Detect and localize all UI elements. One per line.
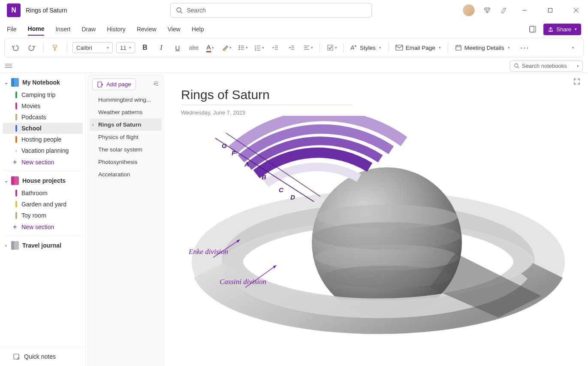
share-button[interactable]: Share ▾: [543, 24, 581, 35]
add-page-button[interactable]: Add page: [92, 79, 136, 90]
notebook-header[interactable]: ⌄House projects: [0, 174, 85, 188]
notebook-search-input[interactable]: Search notebooks ▾: [510, 60, 583, 72]
format-painter-button[interactable]: [49, 41, 62, 54]
svg-point-10: [238, 45, 240, 47]
strike-button[interactable]: abc: [187, 41, 200, 54]
section-item[interactable]: Bathroom: [3, 188, 83, 199]
menu-bar: File Home Insert Draw History Review Vie…: [0, 21, 588, 38]
page-item[interactable]: Weather patterns: [90, 106, 162, 118]
font-select[interactable]: Cailbri▾: [72, 42, 113, 53]
search-input[interactable]: Search: [170, 3, 372, 18]
bullets-button[interactable]: ▾: [236, 41, 249, 54]
note-canvas[interactable]: Rings of Saturn Wednesday, June 7, 2023: [164, 73, 588, 366]
svg-rect-41: [98, 82, 102, 87]
styles-icon[interactable]: [500, 6, 507, 14]
page-item[interactable]: ›Rings of Saturn: [90, 118, 162, 131]
highlight-button[interactable]: ▾: [220, 41, 233, 54]
fullscreen-button[interactable]: [573, 78, 580, 86]
styles-button[interactable]: AStyles▾: [349, 44, 383, 51]
align-button[interactable]: ▾: [302, 41, 314, 54]
open-pane-icon[interactable]: [529, 25, 537, 33]
section-item[interactable]: ›Vacation planning: [3, 145, 83, 156]
notebook-header[interactable]: ›Travel journal: [0, 239, 85, 252]
svg-point-0: [177, 8, 181, 12]
meeting-details-button[interactable]: Meeting Details▾: [453, 44, 512, 51]
svg-point-11: [238, 47, 240, 48]
tag-button[interactable]: ▾: [325, 41, 338, 54]
svg-text:A: A: [244, 160, 249, 168]
svg-point-2: [505, 8, 506, 9]
outdent-button[interactable]: [269, 41, 282, 54]
indent-button[interactable]: [285, 41, 298, 54]
svg-rect-33: [396, 45, 403, 50]
close-button[interactable]: [567, 2, 585, 19]
font-size-select[interactable]: 11▾: [116, 42, 135, 53]
maximize-button[interactable]: [542, 2, 559, 19]
menu-draw[interactable]: Draw: [81, 23, 96, 35]
redo-button[interactable]: [25, 41, 38, 54]
menu-help[interactable]: Help: [192, 23, 204, 35]
svg-rect-7: [530, 26, 536, 32]
new-section-button[interactable]: +New section: [0, 156, 85, 168]
page-item[interactable]: Photosynthesis: [90, 156, 162, 168]
numbering-button[interactable]: 123▾: [253, 41, 265, 54]
section-item[interactable]: Toy room: [3, 210, 83, 221]
svg-text:D: D: [290, 194, 295, 201]
quick-notes-button[interactable]: Quick notes: [0, 347, 85, 366]
undo-button[interactable]: [9, 41, 22, 54]
saturn-illustration: G F A B C D Enke division Cassini divisi…: [172, 116, 576, 356]
svg-rect-4: [549, 9, 552, 12]
section-item[interactable]: Hosting people: [3, 134, 83, 145]
svg-text:G: G: [222, 142, 227, 149]
section-item[interactable]: School: [3, 123, 83, 134]
italic-button[interactable]: I: [155, 41, 168, 54]
premium-icon[interactable]: [483, 6, 491, 14]
ribbon: Cailbri▾ 11▾ B I U abc A▾ ▾ ▾ 123▾ ▾ ▾ A…: [4, 38, 584, 57]
svg-rect-9: [223, 50, 226, 51]
app-icon: N: [7, 3, 21, 17]
font-color-button[interactable]: A▾: [204, 41, 217, 54]
svg-line-39: [518, 67, 519, 68]
svg-rect-34: [456, 45, 461, 50]
window-title: Rings of Saturn: [26, 7, 67, 14]
svg-line-1: [181, 12, 182, 13]
page-item[interactable]: Accelaration: [90, 168, 162, 181]
ribbon-expand-button[interactable]: ▾: [566, 41, 579, 54]
section-item[interactable]: Camping trip: [3, 89, 83, 100]
more-button[interactable]: ···: [519, 41, 531, 54]
note-title[interactable]: Rings of Saturn: [181, 88, 571, 102]
menu-review[interactable]: Review: [137, 23, 157, 35]
section-item[interactable]: Movies: [3, 100, 83, 112]
menu-home[interactable]: Home: [28, 23, 45, 36]
page-item[interactable]: Hummingbird wing...: [90, 94, 162, 106]
svg-text:A: A: [350, 44, 354, 51]
nav-toggle-button[interactable]: [5, 64, 14, 68]
title-bar: N Rings of Saturn Search: [0, 0, 588, 21]
page-item[interactable]: The solar system: [90, 143, 162, 156]
svg-point-12: [238, 49, 240, 50]
menu-insert[interactable]: Insert: [55, 23, 70, 35]
notebook-header[interactable]: ⌄My Notebook: [0, 76, 85, 89]
menu-history[interactable]: History: [107, 23, 126, 35]
svg-text:B: B: [262, 173, 266, 181]
page-item[interactable]: Physics of flight: [90, 131, 162, 143]
svg-text:Cassini division: Cassini division: [220, 278, 266, 286]
underline-button[interactable]: U: [171, 41, 184, 54]
menu-file[interactable]: File: [7, 23, 17, 35]
svg-rect-8: [530, 26, 534, 32]
svg-text:Enke division: Enke division: [188, 248, 228, 256]
search-icon: [176, 7, 183, 14]
svg-point-38: [515, 64, 518, 67]
new-section-button[interactable]: +New section: [0, 221, 85, 233]
bold-button[interactable]: B: [139, 41, 151, 54]
svg-rect-31: [328, 45, 333, 50]
email-page-button[interactable]: Email Page▾: [394, 45, 443, 51]
section-item[interactable]: Podcasts: [3, 112, 83, 123]
section-item[interactable]: Garden and yard: [3, 199, 83, 210]
avatar[interactable]: [463, 4, 475, 16]
menu-view[interactable]: View: [168, 23, 181, 35]
minimize-button[interactable]: [516, 2, 533, 19]
note-icon: [13, 353, 20, 360]
sort-pages-button[interactable]: [153, 81, 159, 88]
search-placeholder: Search: [187, 7, 206, 14]
